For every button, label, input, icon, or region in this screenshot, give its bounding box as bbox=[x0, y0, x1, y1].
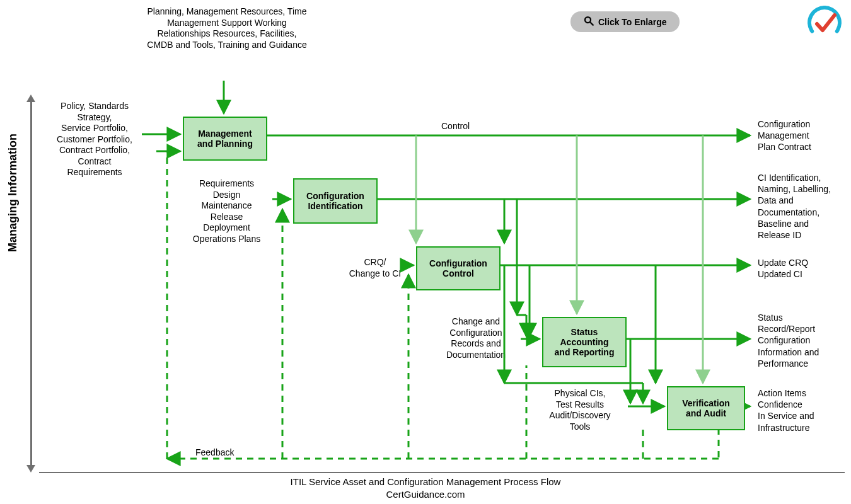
input-change-records: Change and Configuration Records and Doc… bbox=[432, 316, 520, 360]
feedback-label: Feedback bbox=[195, 447, 234, 459]
box-management-planning: Management and Planning bbox=[183, 117, 267, 161]
svg-line-1 bbox=[590, 22, 593, 25]
output-action-items: Action Items Confidence In Service and I… bbox=[758, 387, 846, 433]
vertical-axis-label: Managing Information bbox=[6, 134, 20, 252]
box-configuration-control: Configuration Control bbox=[416, 246, 501, 290]
magnifier-icon bbox=[583, 15, 594, 28]
top-input-text: Planning, Management Resources, Time Man… bbox=[145, 6, 309, 50]
diagram-caption: ITIL Service Asset and Configuration Man… bbox=[0, 476, 851, 487]
output-update-crq: Update CRQ Updated CI bbox=[758, 257, 846, 280]
output-status-record: Status Record/Report Configuration Infor… bbox=[758, 312, 846, 369]
output-ci-identification: CI Identification, Naming, Labelling, Da… bbox=[758, 172, 846, 241]
input-crq: CRQ/ Change to CI bbox=[344, 257, 407, 279]
vertical-double-arrow-icon bbox=[30, 101, 32, 466]
box-status-accounting: Status Accounting and Reporting bbox=[542, 317, 627, 367]
brand-logo bbox=[807, 5, 842, 40]
left-input-text: Policy, Standards Strategy, Service Port… bbox=[50, 101, 139, 178]
click-to-enlarge-button[interactable]: Click To Enlarge bbox=[570, 11, 680, 32]
site-label: CertGuidance.com bbox=[0, 489, 851, 500]
diagram-canvas: Click To Enlarge Managing Information Pl… bbox=[0, 0, 851, 504]
enlarge-label: Click To Enlarge bbox=[598, 17, 667, 27]
box-verification-audit: Verification and Audit bbox=[667, 386, 745, 430]
control-label: Control bbox=[441, 121, 470, 132]
output-config-plan: Configuration Management Plan Contract bbox=[758, 118, 846, 153]
input-physical-ci: Physical CIs, Test Results Audit/Discove… bbox=[536, 388, 624, 432]
svg-point-0 bbox=[585, 17, 591, 23]
input-requirements: Requirements Design Maintenance Release … bbox=[184, 178, 269, 244]
box-configuration-identification: Configuration Identification bbox=[293, 178, 378, 224]
